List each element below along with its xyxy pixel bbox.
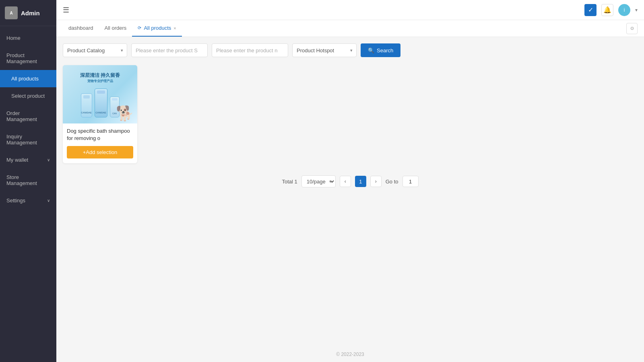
goto-input[interactable] xyxy=(402,176,419,187)
sidebar-item-store-management[interactable]: Store Management xyxy=(0,169,56,192)
sidebar-item-my-wallet[interactable]: My wallet ∨ xyxy=(0,151,56,169)
sidebar-item-om-label: Order Management xyxy=(6,110,50,122)
refresh-icon: ⟳ xyxy=(138,25,141,31)
product-image-subtext: 宠物专业护理产品 xyxy=(80,79,120,84)
sidebar-item-home[interactable]: Home xyxy=(0,29,56,47)
sidebar-item-order-management[interactable]: Order Management xyxy=(0,105,56,128)
name-input[interactable] xyxy=(212,43,288,57)
sidebar-item-ap-label: All products xyxy=(11,76,39,82)
sidebar-item-im-label: Inquiry Management xyxy=(6,134,50,146)
search-label: Search xyxy=(377,47,393,53)
bell-icon: 🔔 xyxy=(603,6,611,14)
sidebar-item-select-product[interactable]: Select product xyxy=(0,87,56,105)
sidebar-item-mw-label: My wallet xyxy=(6,157,28,163)
page-size-select[interactable]: 10/page 20/page 50/page xyxy=(301,175,336,187)
sidebar-item-settings[interactable]: Settings ∨ xyxy=(0,192,56,209)
tabs-expand-button[interactable]: ⊙ xyxy=(626,23,638,34)
sidebar-item-home-label: Home xyxy=(6,35,21,41)
sku-input[interactable] xyxy=(131,43,208,57)
sidebar: A Admin Home Product Management All prod… xyxy=(0,0,56,362)
expand-icon: ⊙ xyxy=(630,26,634,31)
sidebar-item-product-management[interactable]: Product Management xyxy=(0,47,56,70)
sidebar-item-sp-label: Select product xyxy=(11,93,45,99)
prev-icon: ‹ xyxy=(345,179,346,184)
tab-dashboard[interactable]: dashboard xyxy=(63,20,99,37)
dog-icon: 🐕 xyxy=(116,105,134,122)
product-image: 深层清洁 持久留香 宠物专业护理产品 CANIDAE CA xyxy=(63,65,137,123)
next-icon: › xyxy=(375,179,377,184)
sidebar-nav: Home Product Management All products Sel… xyxy=(0,26,56,362)
product-card: 深层清洁 持久留香 宠物专业护理产品 CANIDAE CA xyxy=(63,65,137,163)
user-icon: i xyxy=(624,7,625,13)
hamburger-icon[interactable]: ☰ xyxy=(63,6,69,14)
product-image-text-line1: 深层清洁 持久留香 xyxy=(80,72,120,79)
filter-row: Product Catalog Category A Category B Pr… xyxy=(63,43,638,57)
page-number-1[interactable]: 1 xyxy=(355,176,366,187)
tab-all-orders-label: All orders xyxy=(104,25,126,31)
sidebar-item-all-products[interactable]: All products xyxy=(0,70,56,87)
next-page-button[interactable]: › xyxy=(370,176,382,187)
hotspot-select[interactable]: Product Hotspot Hot Normal xyxy=(292,43,357,57)
add-selection-button[interactable]: +Add selection xyxy=(67,146,133,158)
tab-all-products[interactable]: ⟳ All products × xyxy=(132,20,182,37)
catalog-select[interactable]: Product Catalog Category A Category B xyxy=(63,43,127,57)
tab-dashboard-label: dashboard xyxy=(68,25,93,31)
tabs-bar: dashboard All orders ⟳ All products × ⊙ xyxy=(56,20,644,37)
goto-label: Go to xyxy=(386,179,398,185)
copyright-text: © 2022-2023 xyxy=(336,352,364,357)
tab-all-orders[interactable]: All orders xyxy=(99,20,132,37)
tab-close-icon[interactable]: × xyxy=(173,26,176,31)
topbar-left: ☰ xyxy=(63,6,69,14)
product-grid: 深层清洁 持久留香 宠物专业护理产品 CANIDAE CA xyxy=(63,65,638,163)
chevron-down-icon-topbar[interactable]: ▾ xyxy=(635,7,638,13)
product-image-inner: 深层清洁 持久留香 宠物专业护理产品 CANIDAE CA xyxy=(63,65,137,123)
topbar-right: ✓ 🔔 i ▾ xyxy=(584,4,638,16)
page-size-wrapper: 10/page 20/page 50/page xyxy=(301,175,336,187)
search-button[interactable]: 🔍 Search xyxy=(361,43,400,57)
search-icon: 🔍 xyxy=(368,47,374,53)
user-avatar-btn[interactable]: i xyxy=(618,4,630,16)
admin-avatar: A xyxy=(5,6,18,19)
main-content: ☰ ✓ 🔔 i ▾ dashboard All orders ⟳ xyxy=(56,0,644,362)
sidebar-item-set-label: Settings xyxy=(6,197,25,204)
product-name: Dog specific bath shampoo for removing o xyxy=(67,128,133,142)
chevron-down-icon-settings: ∨ xyxy=(47,198,50,203)
admin-label: Admin xyxy=(21,10,40,16)
prev-page-button[interactable]: ‹ xyxy=(340,176,351,187)
hotspot-select-wrapper: Product Hotspot Hot Normal xyxy=(292,43,357,57)
topbar: ☰ ✓ 🔔 i ▾ xyxy=(56,0,644,20)
chevron-down-icon: ∨ xyxy=(47,158,50,162)
check-icon: ✓ xyxy=(588,6,593,14)
tab-all-products-label: All products xyxy=(144,25,171,31)
product-info: Dog specific bath shampoo for removing o xyxy=(63,123,137,146)
tabs-left: dashboard All orders ⟳ All products × xyxy=(63,20,182,37)
sidebar-item-sm-label: Store Management xyxy=(6,174,50,186)
content-area: Product Catalog Category A Category B Pr… xyxy=(56,37,644,347)
total-label: Total 1 xyxy=(282,179,297,185)
footer: © 2022-2023 xyxy=(56,347,644,362)
bell-icon-btn[interactable]: 🔔 xyxy=(601,4,613,16)
pagination-row: Total 1 10/page 20/page 50/page ‹ 1 › Go… xyxy=(63,175,638,187)
sidebar-header: A Admin xyxy=(0,0,56,26)
catalog-select-wrapper: Product Catalog Category A Category B xyxy=(63,43,127,57)
check-icon-btn[interactable]: ✓ xyxy=(584,4,597,16)
tabs-right: ⊙ xyxy=(626,23,638,34)
sidebar-item-pm-label: Product Management xyxy=(6,52,50,64)
sidebar-item-inquiry-management[interactable]: Inquiry Management xyxy=(0,128,56,151)
